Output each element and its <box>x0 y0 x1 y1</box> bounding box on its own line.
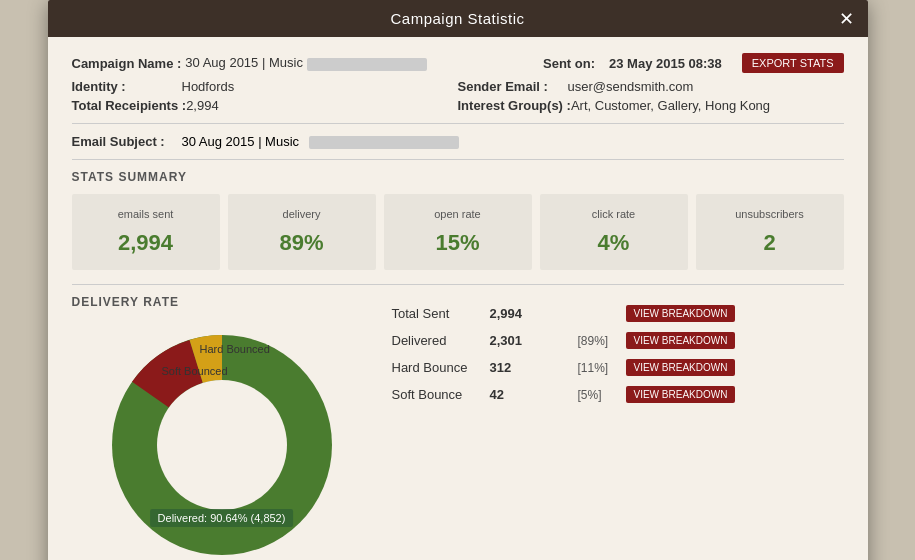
campaign-name-value: 30 Aug 2015 | Music <box>185 55 426 70</box>
campaign-name-row: Campaign Name : 30 Aug 2015 | Music Sent… <box>72 53 844 73</box>
view-breakdown-button[interactable]: VIEW BREAKDOWN <box>626 386 736 403</box>
ds-pct: [5%] <box>578 388 618 402</box>
modal-title: Campaign Statistic <box>390 10 524 27</box>
interest-row: Interest Group(s) : Art, Customer, Galle… <box>458 98 844 113</box>
delivery-stat-row: Delivered 2,301 [89%] VIEW BREAKDOWN <box>392 332 844 349</box>
sent-on-label: Sent on: <box>543 56 595 71</box>
ds-label: Soft Bounce <box>392 387 482 402</box>
campaign-name-label: Campaign Name : <box>72 56 182 71</box>
delivery-stat-row: Soft Bounce 42 [5%] VIEW BREAKDOWN <box>392 386 844 403</box>
ds-label: Delivered <box>392 333 482 348</box>
stat-card-unsubscribers: unsubscribers 2 <box>696 194 844 270</box>
donut-hole <box>157 380 287 510</box>
ds-value: 2,994 <box>490 306 570 321</box>
view-breakdown-button[interactable]: VIEW BREAKDOWN <box>626 332 736 349</box>
sent-on-value: 23 May 2015 08:38 <box>609 56 722 71</box>
sender-row: Sender Email : user@sendsmith.com <box>458 79 844 94</box>
recipients-row: Total Receipients : 2,994 <box>72 98 458 113</box>
stat-card-delivery: delivery 89% <box>228 194 376 270</box>
view-breakdown-button[interactable]: VIEW BREAKDOWN <box>626 305 736 322</box>
subject-value: 30 Aug 2015 | Music <box>182 134 459 149</box>
ds-pct: [89%] <box>578 334 618 348</box>
email-subject-row: Email Subject : 30 Aug 2015 | Music <box>72 134 844 149</box>
stats-summary-label: STATS SUMMARY <box>72 170 844 184</box>
ds-value: 312 <box>490 360 570 375</box>
modal-header: Campaign Statistic ✕ <box>48 0 868 37</box>
campaign-statistic-modal: Campaign Statistic ✕ Campaign Name : 30 … <box>48 0 868 560</box>
sender-label: Sender Email : <box>458 79 568 94</box>
delivery-section: DELIVERY RATE <box>72 295 844 560</box>
interest-label: Interest Group(s) : <box>458 98 571 113</box>
hard-bounce-legend: Hard Bounced <box>200 343 270 355</box>
stat-card-label: delivery <box>236 208 368 220</box>
identity-value: Hodfords <box>182 79 235 94</box>
ds-value: 42 <box>490 387 570 402</box>
donut-chart-container: Hard Bounced Soft Bounced Delivered: 90.… <box>92 315 352 560</box>
stat-card-value: 4% <box>548 230 680 256</box>
stat-card-emails-sent: emails sent 2,994 <box>72 194 220 270</box>
identity-row: Identity : Hodfords <box>72 79 458 94</box>
stat-card-label: unsubscribers <box>704 208 836 220</box>
ds-label: Total Sent <box>392 306 482 321</box>
stat-card-label: emails sent <box>80 208 212 220</box>
stat-card-label: open rate <box>392 208 524 220</box>
stats-summary-section: STATS SUMMARY emails sent 2,994 delivery… <box>72 170 844 270</box>
divider-1 <box>72 123 844 124</box>
sender-value: user@sendsmith.com <box>568 79 694 94</box>
info-section: Identity : Hodfords Total Receipients : … <box>72 79 844 113</box>
stat-card-open-rate: open rate 15% <box>384 194 532 270</box>
divider-2 <box>72 159 844 160</box>
subject-value-blurred <box>309 136 459 149</box>
stats-cards-container: emails sent 2,994 delivery 89% open rate… <box>72 194 844 270</box>
delivery-stats-table: Total Sent 2,994 VIEW BREAKDOWN Delivere… <box>392 305 844 403</box>
recipients-label: Total Receipients : <box>72 98 187 113</box>
recipients-value: 2,994 <box>186 98 219 113</box>
chart-tooltip: Delivered: 90.64% (4,852) <box>150 509 294 527</box>
campaign-name-blurred <box>307 58 427 71</box>
subject-label: Email Subject : <box>72 134 182 149</box>
info-right-col: Sender Email : user@sendsmith.com Intere… <box>458 79 844 113</box>
delivery-chart-area: DELIVERY RATE <box>72 295 372 560</box>
export-stats-button[interactable]: EXPORT STATS <box>742 53 844 73</box>
close-button[interactable]: ✕ <box>839 10 854 28</box>
ds-value: 2,301 <box>490 333 570 348</box>
identity-label: Identity : <box>72 79 182 94</box>
ds-label: Hard Bounce <box>392 360 482 375</box>
interest-value: Art, Customer, Gallery, Hong Kong <box>571 98 770 113</box>
delivery-rate-label: DELIVERY RATE <box>72 295 179 309</box>
stat-card-value: 2 <box>704 230 836 256</box>
stat-card-label: click rate <box>548 208 680 220</box>
divider-3 <box>72 284 844 285</box>
delivery-stat-row: Total Sent 2,994 VIEW BREAKDOWN <box>392 305 844 322</box>
stat-card-value: 89% <box>236 230 368 256</box>
stat-card-click-rate: click rate 4% <box>540 194 688 270</box>
delivery-stat-row: Hard Bounce 312 [11%] VIEW BREAKDOWN <box>392 359 844 376</box>
soft-bounce-legend: Soft Bounced <box>162 365 228 377</box>
delivery-stats-area: Total Sent 2,994 VIEW BREAKDOWN Delivere… <box>392 295 844 413</box>
stat-card-value: 15% <box>392 230 524 256</box>
ds-pct: [11%] <box>578 361 618 375</box>
view-breakdown-button[interactable]: VIEW BREAKDOWN <box>626 359 736 376</box>
stat-card-value: 2,994 <box>80 230 212 256</box>
modal-body: Campaign Name : 30 Aug 2015 | Music Sent… <box>48 37 868 560</box>
info-left-col: Identity : Hodfords Total Receipients : … <box>72 79 458 113</box>
